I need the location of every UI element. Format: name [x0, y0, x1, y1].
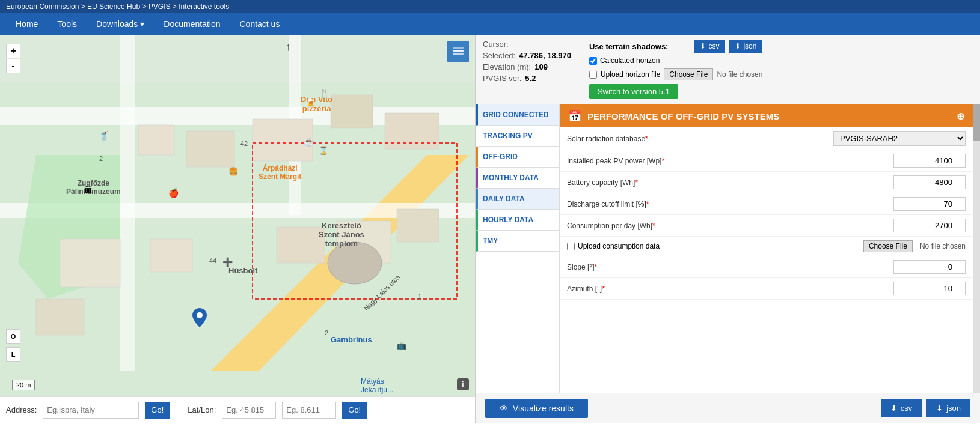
bottom-json-button[interactable]: ⬇ json	[926, 399, 970, 417]
nav-bar: Home Tools Downloads ▾ Documentation Con…	[0, 13, 980, 35]
form-row-slope: Slope [°]*	[560, 256, 973, 278]
right-panel: Cursor: Selected: 47.786, 18.970 Elevati…	[475, 35, 980, 423]
visualize-results-button[interactable]: 👁 Visualize results	[485, 399, 588, 418]
chevron-down-icon: ▾	[140, 19, 144, 29]
download-icon-bottom-csv: ⬇	[890, 404, 897, 413]
map-canvas[interactable]: Nagy Lajos utca Don Vitopizzéria Árpádhá…	[0, 35, 475, 396]
tab-tracking-pv[interactable]: TRACKING PV	[476, 126, 559, 147]
tab-hourly-data[interactable]: HOURLY DATA	[476, 210, 559, 231]
svg-rect-4	[120, 35, 135, 371]
download-json-button[interactable]: ⬇ json	[729, 40, 762, 53]
slope-label: Slope [°]*	[567, 263, 889, 271]
consumption-input[interactable]	[893, 219, 966, 232]
zoom-out-button[interactable]: -	[6, 59, 20, 73]
icon-cross: ➕	[222, 257, 233, 267]
pvgis-value: 5.2	[525, 74, 536, 83]
nav-documentation[interactable]: Documentation	[154, 13, 230, 35]
switch-version-button[interactable]: Switch to version 5.1	[589, 84, 678, 99]
upload-horizon-checkbox[interactable]	[589, 71, 597, 79]
peak-power-input[interactable]	[893, 154, 966, 168]
download-icon-bottom-json: ⬇	[936, 404, 943, 413]
main-layout: Nagy Lajos utca Don Vitopizzéria Árpádhá…	[0, 35, 980, 423]
lon-input[interactable]	[282, 402, 336, 419]
terrain-col: Use terrain shadows: ⬇ csv ⬇ json	[589, 40, 762, 99]
discharge-input[interactable]	[893, 197, 966, 211]
info-button[interactable]: i	[457, 378, 469, 390]
map-section: Nagy Lajos utca Don Vitopizzéria Árpádhá…	[0, 35, 475, 423]
scale-bar: 20 m	[12, 380, 35, 390]
form-row-azimuth: Azimuth [°]*	[560, 278, 973, 300]
elevation-row: Elevation (m): 109	[483, 62, 571, 71]
no-file-consumption-text: No file chosen	[920, 242, 966, 250]
svg-rect-11	[385, 113, 439, 149]
form-row-discharge: Discharge cutoff limit [%]*	[560, 193, 973, 215]
tab-daily-data[interactable]: DAILY DATA	[476, 189, 559, 210]
mode-l-button[interactable]: L	[6, 347, 20, 362]
form-header: 📅 PERFORMANCE OF OFF-GRID PV SYSTEMS ⊕	[560, 104, 973, 127]
zoom-in-button[interactable]: +	[6, 44, 20, 58]
address-input[interactable]	[43, 402, 139, 419]
label-zugfozde: ZugfőzdePálinkamúzeum	[66, 179, 121, 196]
icon-fork-knife: 🍴	[319, 88, 331, 99]
form-panel[interactable]: 📅 PERFORMANCE OF OFF-GRID PV SYSTEMS ⊕ S…	[560, 104, 973, 393]
label-matyas: MátyásJeka ifjú...	[361, 377, 393, 394]
mode-o-button[interactable]: O	[6, 329, 20, 344]
svg-point-21	[197, 312, 203, 318]
icon-hourglass: ⌛	[319, 146, 328, 155]
calc-horizon-label: Calculated horizon	[600, 56, 660, 65]
svg-rect-23	[453, 53, 464, 55]
map-layer-button[interactable]	[447, 41, 469, 62]
latlon-go-button[interactable]: Go!	[342, 402, 367, 419]
choose-file-button[interactable]: Choose File	[664, 68, 713, 80]
tab-grid-connected[interactable]: GRID CONNECTED	[476, 104, 559, 126]
location-pin	[192, 308, 207, 329]
form-row-peak-power: Installed peak PV power [Wp]*	[560, 150, 973, 172]
nav-home[interactable]: Home	[6, 13, 47, 35]
latlon-label: Lat/Lon:	[188, 405, 216, 414]
info-bar: Cursor: Selected: 47.786, 18.970 Elevati…	[476, 35, 980, 104]
pvgis-row: PVGIS ver. 5.2	[483, 74, 571, 83]
scroll-indicator[interactable]	[973, 104, 980, 393]
map-bottom-bar: Address: Go! Lat/Lon: Go!	[0, 396, 475, 423]
nav-downloads[interactable]: Downloads ▾	[87, 13, 154, 35]
icon-restaurant: 🍺	[305, 98, 316, 108]
bottom-csv-button[interactable]: ⬇ csv	[881, 399, 922, 417]
battery-cap-input[interactable]	[893, 175, 966, 189]
map-svg: Nagy Lajos utca	[0, 35, 475, 371]
cursor-row: Cursor:	[483, 40, 571, 49]
tab-off-grid[interactable]: OFF-GRID	[476, 147, 559, 168]
address-go-button[interactable]: Go!	[145, 402, 170, 419]
azimuth-input[interactable]	[893, 282, 966, 295]
upload-consumption-checkbox[interactable]	[567, 243, 575, 250]
solar-db-label: Solar radiation database*	[567, 135, 828, 143]
slope-input[interactable]	[893, 260, 966, 274]
tab-nav: GRID CONNECTED TRACKING PV OFF-GRID MONT…	[476, 104, 560, 393]
svg-rect-8	[186, 131, 234, 167]
calc-horizon-checkbox[interactable]	[589, 57, 597, 65]
svg-rect-24	[453, 47, 464, 49]
svg-point-19	[328, 242, 382, 284]
calendar-icon: 📅	[568, 109, 581, 123]
battery-cap-label: Battery capacity [Wh]*	[567, 178, 889, 187]
svg-rect-12	[60, 239, 120, 287]
download-csv-button[interactable]: ⬇ csv	[694, 40, 725, 53]
solar-db-select[interactable]: PVGIS-SARAH2 PVGIS-ERA5 PVGIS-COSMO	[833, 131, 966, 146]
choose-file-consumption-button[interactable]: Choose File	[863, 240, 913, 252]
nav-contact[interactable]: Contact us	[230, 13, 289, 35]
selected-label: Selected:	[483, 51, 515, 60]
icon-burger: 🍔	[228, 167, 238, 176]
icon-drink: 🥤	[99, 131, 109, 141]
bottom-right-buttons: ⬇ csv ⬇ json	[881, 399, 970, 417]
tab-monthly-data[interactable]: MONTHLY DATA	[476, 168, 559, 189]
icon-building: 🏛	[84, 185, 93, 195]
nav-tools[interactable]: Tools	[47, 13, 87, 35]
form-row-battery-cap: Battery capacity [Wh]*	[560, 172, 973, 193]
north-arrow: ↑	[286, 41, 291, 53]
expand-icon[interactable]: ⊕	[957, 111, 964, 122]
lat-input[interactable]	[222, 402, 276, 419]
label-husbolt: Húsbolt	[228, 266, 257, 275]
label-1: 1	[418, 293, 421, 300]
pvgis-label: PVGIS ver.	[483, 74, 521, 83]
form-row-consumption: Consumption per day [Wh]*	[560, 215, 973, 237]
tab-tmy[interactable]: TMY	[476, 231, 559, 252]
